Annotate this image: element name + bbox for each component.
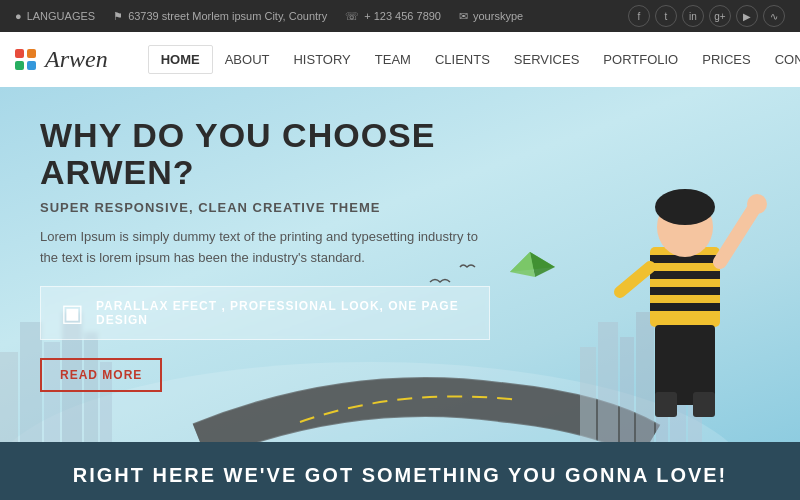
nav-about[interactable]: ABOUT <box>213 46 282 73</box>
hero-section: WHY DO YOU CHOOSE ARWEN? SUPER RESPONSIV… <box>0 87 800 442</box>
feature-text: PARALLAX EFECT , PROFESSIONAL LOOK, ONE … <box>96 299 469 327</box>
logo-text: Arwen <box>45 46 108 73</box>
monitor-icon: ▣ <box>61 299 84 327</box>
hero-person-svg <box>590 107 780 417</box>
logo-sq-green <box>15 61 24 70</box>
logo-squares <box>15 49 37 71</box>
bottom-title: RIGHT HERE WE'VE GOT SOMETHING YOU GONNA… <box>20 464 780 487</box>
languages-label: LANGUAGES <box>27 10 95 22</box>
nav-home[interactable]: HOME <box>148 45 213 74</box>
svg-point-23 <box>655 189 715 225</box>
read-more-button[interactable]: READ MORE <box>40 358 162 392</box>
svg-line-24 <box>720 207 755 262</box>
rss-icon[interactable]: ∿ <box>763 5 785 27</box>
svg-rect-27 <box>655 392 677 417</box>
svg-rect-1 <box>0 352 18 442</box>
nav-links: HOME ABOUT HISTORY TEAM CLIENTS SERVICES… <box>148 45 800 74</box>
address-text: 63739 street Morlem ipsum City, Country <box>128 10 327 22</box>
svg-line-25 <box>620 267 650 292</box>
nav-prices[interactable]: PRICES <box>690 46 762 73</box>
svg-rect-2 <box>20 322 42 442</box>
top-bar-info: ● LANGUAGES ⚑ 63739 street Morlem ipsum … <box>15 10 523 23</box>
phone-text: + 123 456 7890 <box>364 10 441 22</box>
svg-rect-19 <box>650 271 720 279</box>
svg-rect-20 <box>650 287 720 295</box>
hero-description: Lorem Ipsum is simply dummy text of the … <box>40 227 480 269</box>
bottom-section: RIGHT HERE WE'VE GOT SOMETHING YOU GONNA… <box>0 442 800 500</box>
address-item: ⚑ 63739 street Morlem ipsum City, Countr… <box>113 10 327 23</box>
social-icons: f t in g+ ▶ ∿ <box>628 5 785 27</box>
svg-rect-28 <box>693 392 715 417</box>
facebook-icon[interactable]: f <box>628 5 650 27</box>
hero-content: WHY DO YOU CHOOSE ARWEN? SUPER RESPONSIV… <box>40 117 560 392</box>
hero-headline: WHY DO YOU CHOOSE ARWEN? <box>40 117 560 192</box>
skype-item: ✉ yourskype <box>459 10 523 23</box>
logo-sq-blue <box>27 61 36 70</box>
nav-team[interactable]: TEAM <box>363 46 423 73</box>
googleplus-icon[interactable]: g+ <box>709 5 731 27</box>
logo-sq-orange <box>27 49 36 58</box>
navbar: Arwen HOME ABOUT HISTORY TEAM CLIENTS SE… <box>0 32 800 87</box>
nav-contact[interactable]: CONTACT <box>763 46 800 73</box>
top-bar: ● LANGUAGES ⚑ 63739 street Morlem ipsum … <box>0 0 800 32</box>
logo-sq-red <box>15 49 24 58</box>
nav-portfolio[interactable]: PORTFOLIO <box>591 46 690 73</box>
languages-item[interactable]: ● LANGUAGES <box>15 10 95 22</box>
twitter-icon[interactable]: t <box>655 5 677 27</box>
skype-text: yourskype <box>473 10 523 22</box>
linkedin-icon[interactable]: in <box>682 5 704 27</box>
svg-rect-21 <box>650 303 720 311</box>
hero-subtitle: SUPER RESPONSIVE, CLEAN CREATIVE THEME <box>40 200 560 215</box>
phone-item: ☏ + 123 456 7890 <box>345 10 441 23</box>
svg-point-29 <box>747 194 767 214</box>
nav-services[interactable]: SERVICES <box>502 46 592 73</box>
nav-clients[interactable]: CLIENTS <box>423 46 502 73</box>
logo: Arwen <box>15 46 108 73</box>
youtube-icon[interactable]: ▶ <box>736 5 758 27</box>
nav-history[interactable]: HISTORY <box>281 46 362 73</box>
feature-box: ▣ PARALLAX EFECT , PROFESSIONAL LOOK, ON… <box>40 286 490 340</box>
